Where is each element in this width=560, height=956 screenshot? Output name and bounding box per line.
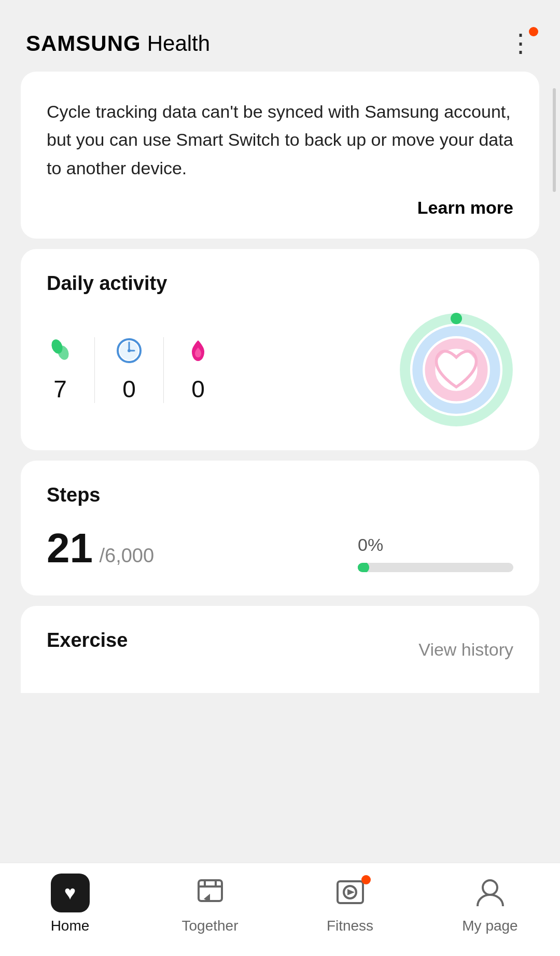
exercise-header: Exercise View history xyxy=(47,629,513,670)
calories-stat: 0 xyxy=(163,337,232,403)
svg-point-18 xyxy=(483,880,497,895)
activity-stats: 7 0 xyxy=(47,337,232,403)
activity-content: 7 0 xyxy=(47,313,513,427)
nav-label-mypage: My page xyxy=(462,918,517,934)
daily-activity-title: Daily activity xyxy=(47,272,513,295)
exercise-card: Exercise View history xyxy=(21,606,539,693)
steps-progress-section: 0% xyxy=(358,535,513,572)
active-time-value: 0 xyxy=(122,375,136,403)
nav-label-fitness: Fitness xyxy=(327,918,373,934)
svg-point-6 xyxy=(128,349,131,352)
time-icon xyxy=(116,337,143,370)
calories-value: 0 xyxy=(191,375,205,403)
home-heart-icon: ♥ xyxy=(64,882,76,904)
fitness-icon-wrap xyxy=(329,875,371,911)
activity-ring xyxy=(399,313,513,427)
nav-item-together[interactable]: Together xyxy=(140,875,280,934)
steps-goal: /6,000 xyxy=(99,545,154,566)
home-icon-bg: ♥ xyxy=(51,874,90,912)
steps-value: 7 xyxy=(53,375,67,403)
view-history-button[interactable]: View history xyxy=(418,640,513,660)
exercise-title: Exercise xyxy=(47,629,128,652)
home-icon-wrap: ♥ xyxy=(49,875,91,911)
scrollbar[interactable] xyxy=(553,88,556,192)
app-name: Health xyxy=(147,31,210,56)
bottom-navigation: ♥ Home Together Fitness xyxy=(0,863,560,956)
nav-label-home: Home xyxy=(51,918,90,934)
learn-more-section: Learn more xyxy=(47,198,513,218)
cycle-tracking-info-card: Cycle tracking data can't be synced with… xyxy=(21,72,539,239)
svg-point-10 xyxy=(451,313,462,324)
together-icon-wrap xyxy=(189,875,231,911)
nav-item-fitness[interactable]: Fitness xyxy=(280,875,420,934)
svg-rect-11 xyxy=(199,880,222,901)
header: SAMSUNG Health ⋮ xyxy=(0,0,560,66)
together-icon xyxy=(193,876,227,910)
steps-value: 21 xyxy=(47,525,93,571)
app-logo: SAMSUNG Health xyxy=(26,31,210,56)
active-time-stat: 0 xyxy=(94,337,163,403)
steps-title: Steps xyxy=(47,484,513,506)
learn-more-button[interactable]: Learn more xyxy=(417,198,513,217)
mypage-icon xyxy=(473,876,507,910)
svg-marker-17 xyxy=(347,889,355,895)
progress-dot xyxy=(358,563,369,572)
nav-label-together: Together xyxy=(182,918,239,934)
steps-count: 21 /6,000 xyxy=(47,524,154,572)
mypage-icon-wrap xyxy=(469,875,511,911)
info-card-text: Cycle tracking data can't be synced with… xyxy=(47,98,513,182)
fitness-badge xyxy=(361,875,371,884)
steps-icon xyxy=(47,337,74,370)
steps-row: 21 /6,000 0% xyxy=(47,524,513,572)
steps-stat: 7 xyxy=(47,337,94,403)
brand-name: SAMSUNG xyxy=(26,31,141,56)
notification-badge xyxy=(529,27,538,36)
nav-item-home[interactable]: ♥ Home xyxy=(0,875,140,934)
header-actions: ⋮ xyxy=(508,31,534,56)
nav-item-mypage[interactable]: My page xyxy=(420,875,560,934)
progress-bar xyxy=(358,563,513,572)
steps-card: Steps 21 /6,000 0% xyxy=(21,461,539,595)
calories-icon xyxy=(185,337,212,370)
daily-activity-card: Daily activity 7 xyxy=(21,249,539,450)
steps-percent: 0% xyxy=(358,535,513,555)
